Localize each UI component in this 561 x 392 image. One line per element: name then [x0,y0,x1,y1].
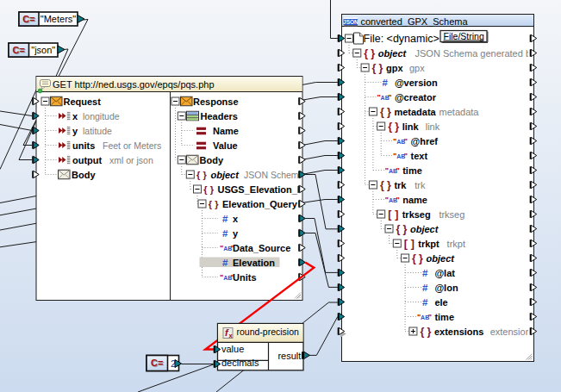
svg-text:gpx: gpx [409,63,425,73]
svg-text:xml or json: xml or json [109,155,153,165]
svg-text:Value: Value [213,140,238,151]
svg-text:trkpt: trkpt [418,239,439,249]
svg-text:}: } [419,252,423,264]
svg-text:metadata: metadata [439,107,480,117]
svg-text:{: { [380,106,384,118]
svg-text:trkseg: trkseg [439,209,464,220]
svg-text:#: # [222,258,228,268]
svg-text:}: } [395,121,399,133]
svg-text:latitude: latitude [83,126,112,136]
svg-text:}: } [371,47,375,59]
svg-text:C=: C= [22,14,34,24]
svg-text:link: link [426,121,440,132]
svg-text:JSON Schema generated by .: JSON Schema generated by . [415,48,541,59]
svg-text:#: # [382,78,388,88]
svg-text:}: } [387,106,391,118]
svg-text:time: time [402,165,422,176]
svg-text:}: } [379,62,383,74]
svg-text:trkpt: trkpt [447,239,465,249]
svg-text:#: # [222,228,228,239]
svg-text:Body: Body [72,170,96,180]
svg-text:{: { [364,47,368,59]
svg-text:x: x [233,214,239,224]
svg-text:#: # [222,214,228,224]
svg-text:#: # [422,283,428,293]
svg-text:"Meters": "Meters" [41,14,77,24]
svg-text:": " [404,152,408,160]
svg-text:USGS_Elevation_P: USGS_Elevation_P [218,184,304,195]
svg-text:object: object [211,170,240,180]
svg-text:link: link [402,121,420,132]
svg-text:@creator: @creator [395,92,437,103]
svg-text:longitude: longitude [83,111,120,121]
svg-text:JSON: JSON [343,19,358,25]
svg-text:]: ] [411,238,415,250]
svg-text:units: units [72,140,95,151]
svg-text:converted_GPX_Schema: converted_GPX_Schema [361,16,469,27]
svg-text:": " [428,313,432,321]
svg-text:}: } [387,179,391,191]
svg-text:Data_Source: Data_Source [233,243,290,253]
svg-text:{: { [380,179,384,191]
svg-text:decimals: decimals [221,358,259,368]
svg-text:trkseg: trkseg [402,209,431,220]
svg-text:Response: Response [193,96,239,107]
svg-text:Headers: Headers [201,111,238,121]
svg-text:{: { [209,199,213,209]
svg-text:{: { [372,62,377,74]
svg-text:y: y [72,126,78,136]
svg-text:ele: ele [434,297,447,308]
svg-text:Elevation_Query: Elevation_Query [222,199,298,209]
svg-text:metadata: metadata [394,107,436,117]
svg-text:C=: C= [151,358,163,368]
svg-text:": " [396,196,400,204]
svg-text:value: value [221,344,244,354]
svg-text:"json": "json" [31,45,55,55]
svg-text:#: # [422,268,428,278]
svg-text:gpx: gpx [386,63,403,73]
svg-text:@version: @version [395,78,438,88]
svg-text:@lat: @lat [434,268,455,278]
svg-text:}: } [403,223,408,235]
svg-text:#: # [422,297,428,308]
svg-text:File/String: File/String [444,31,484,41]
svg-text:result: result [277,351,301,361]
svg-text:{: { [420,326,424,338]
svg-text:}: } [427,326,431,338]
svg-text:{: { [196,170,201,180]
svg-text:object: object [427,253,456,264]
svg-text:Body: Body [200,155,224,165]
svg-text:Request: Request [64,96,102,107]
svg-text:]: ] [395,208,398,221]
svg-text:trk: trk [394,180,407,190]
svg-text:": " [388,93,391,102]
svg-text:": " [404,137,408,146]
svg-text:": " [396,166,400,175]
svg-text:{: { [388,121,392,133]
svg-text:{: { [203,184,208,195]
svg-text:round-precision: round-precision [237,327,300,337]
svg-text:}: } [210,184,215,195]
svg-text:GET http://ned.usgs.gov/epqs/p: GET http://ned.usgs.gov/epqs/pqs.php [53,79,215,90]
svg-text:Elevation: Elevation [233,258,275,268]
svg-text:object: object [378,48,408,59]
svg-text:extensions: extensions [434,327,483,337]
svg-text:x: x [72,111,78,121]
svg-text:text: text [411,151,428,161]
svg-text:object: object [410,224,439,234]
svg-text:time: time [434,312,454,322]
svg-text:output: output [72,155,103,165]
svg-text:name: name [402,195,427,205]
svg-text:y: y [233,228,239,239]
svg-text:{: { [396,223,401,235]
svg-text:trk: trk [415,180,426,190]
svg-text:@lon: @lon [434,283,458,293]
svg-text:File: <dynamic>: File: <dynamic> [364,33,439,45]
svg-text:Name: Name [213,126,239,136]
svg-text:@href: @href [411,136,439,146]
svg-text:Feet or Meters: Feet or Meters [103,140,161,151]
svg-text:Units: Units [233,272,257,283]
svg-text:}: } [203,170,207,180]
svg-text:}: } [215,199,219,209]
svg-text:C=: C= [13,45,25,55]
